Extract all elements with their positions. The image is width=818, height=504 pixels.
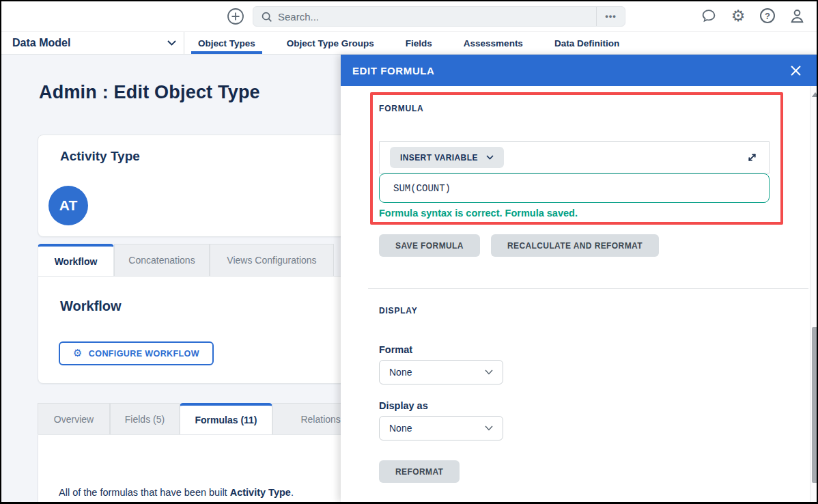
chevron-down-icon <box>485 369 493 375</box>
expand-icon <box>746 151 759 164</box>
tab-object-types[interactable]: Object Types <box>198 32 255 54</box>
topbar-icon-group: ⚙ ? <box>700 7 806 25</box>
close-panel-button[interactable] <box>788 63 804 79</box>
formulas-description: All of the formulas that have been built… <box>59 487 294 498</box>
tab-fields-count[interactable]: Fields (5) <box>110 403 180 434</box>
module-label: Data Model <box>12 37 70 49</box>
gear-icon: ⚙ <box>73 348 83 359</box>
top-bar: ••• ⚙ ? <box>1 1 817 31</box>
nav-divider <box>184 32 184 54</box>
display-as-select[interactable]: None <box>379 416 503 440</box>
avatar: AT <box>48 186 88 225</box>
settings-button[interactable]: ⚙ <box>729 7 747 25</box>
workflow-heading: Workflow <box>60 298 122 314</box>
chevron-down-icon <box>486 155 494 160</box>
global-search: ••• <box>253 6 625 27</box>
chevron-down-icon <box>167 40 176 46</box>
tab-fields[interactable]: Fields <box>406 32 432 54</box>
nav-tabs: Object Types Object Type Groups Fields A… <box>198 32 619 54</box>
gear-icon: ⚙ <box>731 8 746 24</box>
more-options-icon[interactable]: ••• <box>596 7 625 26</box>
plus-icon <box>227 8 244 25</box>
scrollbar-thumb[interactable] <box>812 327 818 483</box>
display-section-label: DISPLAY <box>379 306 418 316</box>
module-selector-dropdown[interactable]: Data Model <box>12 32 176 54</box>
close-icon <box>791 66 801 76</box>
panel-title: EDIT FORMULA <box>352 65 435 76</box>
chat-icon <box>701 8 717 24</box>
recalculate-and-reformat-button[interactable]: RECALCULATE AND REFORMAT <box>491 234 659 257</box>
module-nav-bar: Data Model Object Types Object Type Grou… <box>1 31 817 55</box>
tab-concatenations[interactable]: Concatenations <box>114 244 210 276</box>
save-formula-button[interactable]: SAVE FORMULA <box>379 234 480 257</box>
display-as-label: Display as <box>379 400 428 411</box>
formula-input[interactable]: SUM(COUNT) <box>379 173 770 203</box>
scroll-up-arrow-icon[interactable] <box>812 92 818 97</box>
tab-workflow[interactable]: Workflow <box>38 244 114 276</box>
format-label: Format <box>379 344 412 355</box>
search-icon <box>261 11 272 23</box>
format-select[interactable]: None <box>379 360 503 384</box>
chevron-down-icon <box>485 425 493 431</box>
tab-overview[interactable]: Overview <box>38 403 110 434</box>
configure-workflow-button[interactable]: ⚙ CONFIGURE WORKFLOW <box>59 341 214 365</box>
tab-data-definition[interactable]: Data Definition <box>554 32 619 54</box>
formula-editor-toolbar: INSERT VARIABLE <box>379 141 770 173</box>
section-divider <box>368 288 808 289</box>
tab-formulas-count[interactable]: Formulas (11) <box>180 403 272 434</box>
user-icon <box>789 8 806 25</box>
formula-section-label: FORMULA <box>379 104 424 113</box>
insert-variable-dropdown[interactable]: INSERT VARIABLE <box>390 147 504 168</box>
activity-type-title: Activity Type <box>60 149 140 164</box>
expand-editor-button[interactable] <box>746 151 759 164</box>
detail-tab-row: Overview Fields (5) Formulas (11) Relati… <box>38 403 382 434</box>
content-tab-row: Workflow Concatenations Views Configurat… <box>38 244 334 276</box>
app-window: ••• ⚙ ? <box>0 0 818 504</box>
help-icon: ? <box>760 8 775 23</box>
tab-assessments[interactable]: Assessments <box>464 32 523 54</box>
page-title: Admin : Edit Object Type <box>39 82 260 103</box>
edit-formula-panel: EDIT FORMULA FORMULA INSERT VARIABLE <box>341 55 818 502</box>
formula-status-message: Formula syntax is correct. Formula saved… <box>379 208 578 219</box>
tab-object-type-groups[interactable]: Object Type Groups <box>287 32 374 54</box>
formula-buttons-row: SAVE FORMULA RECALCULATE AND REFORMAT <box>379 234 659 257</box>
chat-button[interactable] <box>700 7 718 25</box>
panel-body: FORMULA INSERT VARIABLE <box>341 86 818 502</box>
scrollbar[interactable] <box>810 86 818 502</box>
panel-header: EDIT FORMULA <box>341 55 818 86</box>
help-button[interactable]: ? <box>759 7 776 25</box>
reformat-button[interactable]: REFORMAT <box>379 460 460 483</box>
search-input[interactable] <box>278 11 596 23</box>
user-profile-button[interactable] <box>788 7 806 25</box>
create-new-button[interactable] <box>227 8 244 25</box>
tab-views-configurations[interactable]: Views Configurations <box>210 244 334 276</box>
